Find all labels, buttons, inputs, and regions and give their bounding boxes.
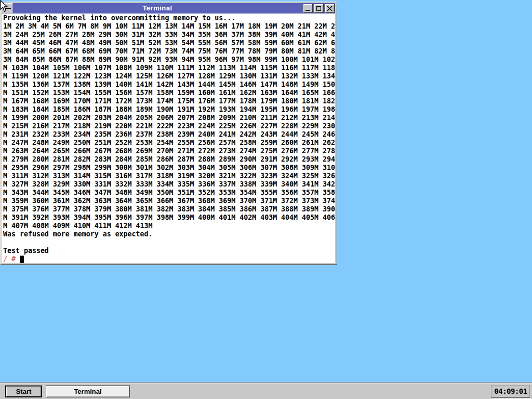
terminal-line: M 167M 168M 169M 170M 171M 172M 173M 174… bbox=[3, 97, 335, 105]
terminal-line: M 183M 184M 185M 186M 187M 188M 189M 190… bbox=[3, 105, 335, 114]
window-title-row: Terminal bbox=[2, 3, 335, 14]
terminal-line: M 215M 216M 217M 218M 219M 220M 221M 222… bbox=[3, 122, 335, 130]
window-title[interactable]: Terminal bbox=[13, 3, 302, 14]
maximize-button[interactable] bbox=[314, 4, 324, 13]
terminal-line: M 231M 232M 233M 234M 235M 236M 237M 238… bbox=[3, 130, 335, 139]
terminal-line: M 151M 152M 153M 154M 155M 156M 157M 158… bbox=[3, 89, 335, 97]
text-cursor bbox=[20, 256, 24, 263]
terminal-output[interactable]: Provoking the kernel into overcommitting… bbox=[2, 14, 335, 263]
minimize-button[interactable] bbox=[303, 4, 313, 13]
terminal-line: M 119M 120M 121M 122M 123M 124M 125M 126… bbox=[3, 72, 335, 81]
terminal-line: M 375M 376M 377M 378M 379M 380M 381M 382… bbox=[3, 205, 335, 214]
terminal-line: M 135M 136M 137M 138M 139M 140M 141M 142… bbox=[3, 81, 335, 89]
terminal-line bbox=[3, 238, 335, 247]
terminal-line: Test passed bbox=[3, 247, 335, 255]
terminal-line: M 407M 408M 409M 410M 411M 412M 413M bbox=[3, 222, 335, 230]
terminal-line: M 311M 312M 313M 314M 315M 316M 317M 318… bbox=[3, 172, 335, 180]
terminal-line: M 199M 200M 201M 202M 203M 204M 205M 206… bbox=[3, 114, 335, 122]
terminal-line: 3M 64M 65M 66M 67M 68M 69M 70M 71M 72M 7… bbox=[3, 47, 335, 56]
shell-prompt: / # bbox=[3, 255, 16, 263]
terminal-line: Provoking the kernel into overcommitting… bbox=[3, 14, 335, 22]
minimize-icon bbox=[305, 10, 310, 11]
terminal-line: M 263M 264M 265M 266M 267M 268M 269M 270… bbox=[3, 147, 335, 155]
terminal-line: M 103M 104M 105M 106M 107M 108M 109M 110… bbox=[3, 64, 335, 72]
window-menu-icon bbox=[4, 8, 11, 9]
terminal-line: M 359M 360M 361M 362M 363M 364M 365M 366… bbox=[3, 197, 335, 205]
taskbar-task-terminal[interactable]: Terminal bbox=[46, 385, 130, 397]
prompt-line: / # bbox=[3, 255, 335, 263]
start-button[interactable]: Start bbox=[5, 385, 42, 397]
window-menu-button[interactable] bbox=[2, 3, 13, 14]
terminal-line: 1M 2M 3M 4M 5M 6M 7M 8M 9M 10M 11M 12M 1… bbox=[3, 22, 335, 31]
taskbar-clock: 04:09:01 bbox=[491, 385, 530, 398]
taskbar: Start Terminal 04:09:01 bbox=[0, 383, 532, 399]
terminal-line: M 295M 296M 297M 298M 299M 300M 301M 302… bbox=[3, 164, 335, 172]
terminal-line: Was refused more memory as expected. bbox=[3, 230, 335, 238]
terminal-line: M 391M 392M 393M 394M 395M 396M 397M 398… bbox=[3, 214, 335, 222]
terminal-lines: Provoking the kernel into overcommitting… bbox=[3, 14, 335, 255]
terminal-line: 3M 84M 85M 86M 87M 88M 89M 90M 91M 92M 9… bbox=[3, 56, 335, 64]
terminal-line: 3M 44M 45M 46M 47M 48M 49M 50M 51M 52M 5… bbox=[3, 39, 335, 47]
maximize-icon bbox=[316, 6, 321, 11]
terminal-line: 3M 24M 25M 26M 27M 28M 29M 30M 31M 32M 3… bbox=[3, 31, 335, 39]
terminal-window: Terminal Provoking the kernel into overc… bbox=[0, 2, 337, 264]
terminal-line: M 343M 344M 345M 346M 347M 348M 349M 350… bbox=[3, 189, 335, 197]
close-button[interactable] bbox=[325, 4, 335, 13]
window-controls bbox=[302, 3, 335, 14]
terminal-line: M 279M 280M 281M 282M 283M 284M 285M 286… bbox=[3, 155, 335, 164]
close-icon bbox=[327, 6, 332, 11]
terminal-line: M 327M 328M 329M 330M 331M 332M 333M 334… bbox=[3, 180, 335, 189]
desktop: { "window": { "title": "Terminal", "cont… bbox=[0, 0, 532, 399]
terminal-line: M 247M 248M 249M 250M 251M 252M 253M 254… bbox=[3, 139, 335, 147]
